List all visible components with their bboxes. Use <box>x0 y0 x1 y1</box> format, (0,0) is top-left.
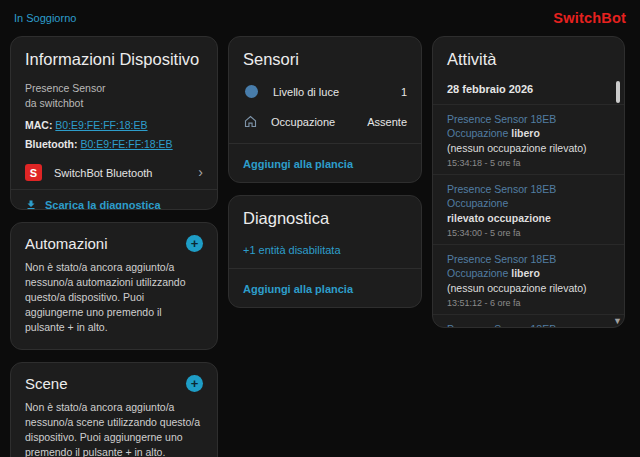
log-entry[interactable]: Presence Sensor 18EB Occupazione libero … <box>433 104 624 174</box>
activity-card: Attività 28 febbraio 2026 Presence Senso… <box>432 36 625 328</box>
log-entry[interactable]: Presence Sensor 18EB Occupazione rilevat… <box>433 174 624 244</box>
device-meta: Presence Sensor da switchbot <box>11 73 217 111</box>
log-timestamp: 15:34:00 - 5 ore fa <box>447 228 610 238</box>
log-state: libero <box>511 267 540 279</box>
sensor-rows: Livello di luce 1 Occupazione Assente <box>229 73 421 143</box>
log-entity-link[interactable]: Presence Sensor 18EB Occupazione <box>447 323 556 327</box>
mac-row: MAC: B0:E9:FE:FF:18:EB <box>11 116 217 131</box>
bluetooth-address-link[interactable]: B0:E9:FE:FF:18:EB <box>80 138 172 150</box>
diagnostics-card: Diagnostica +1 entità disabilitata Aggiu… <box>228 195 422 308</box>
top-bar: In Soggiorno SwitchBot <box>0 0 640 32</box>
circle-icon <box>245 85 258 98</box>
disabled-entities-row: +1 entità disabilitata <box>229 232 421 268</box>
integration-name: SwitchBot Bluetooth <box>54 167 186 179</box>
sensor-value: Assente <box>367 116 407 128</box>
middle-column: Sensori Livello di luce 1 Occupazione As… <box>228 36 422 308</box>
device-info-title: Informazioni Dispositivo <box>11 37 217 73</box>
sensor-name: Occupazione <box>271 116 354 128</box>
log-entry[interactable]: Presence Sensor 18EB Occupazione libero … <box>433 244 624 314</box>
log-timestamp: 15:34:18 - 5 ore fa <box>447 158 610 168</box>
log-detail: (nessun occupazione rilevato) <box>447 141 610 155</box>
download-diagnostics-button[interactable]: Scarica la diagnostica <box>11 190 217 210</box>
activity-scroll-area[interactable]: 28 febbraio 2026 Presence Sensor 18EB Oc… <box>433 77 624 327</box>
log-detail: rilevato occupazione <box>447 211 610 225</box>
log-detail: (nessun occupazione rilevato) <box>447 281 610 295</box>
mac-address-link[interactable]: B0:E9:FE:FF:18:EB <box>55 119 147 131</box>
automations-header: Automazioni + <box>11 223 217 258</box>
scrollbar-thumb[interactable] <box>616 81 620 103</box>
log-state: libero <box>511 127 540 139</box>
scenes-empty-text: Non è stato/a ancora aggiunto/a nessuno/… <box>11 398 217 457</box>
left-column: Informazioni Dispositivo Presence Sensor… <box>10 36 218 457</box>
add-to-dashboard-link[interactable]: Aggiungi alla plancia <box>243 283 353 295</box>
scenes-title: Scene <box>25 375 68 392</box>
diagnostics-footer: Aggiungi alla plancia <box>229 269 421 307</box>
device-info-card: Informazioni Dispositivo Presence Sensor… <box>10 36 218 210</box>
scenes-card: Scene + Non è stato/a ancora aggiunto/a … <box>10 362 218 457</box>
bluetooth-label: Bluetooth: <box>25 138 78 150</box>
disabled-entities-link[interactable]: +1 entità disabilitata <box>243 244 341 256</box>
sensor-name: Livello di luce <box>273 86 388 98</box>
device-manufacturer: da switchbot <box>25 96 203 111</box>
sensors-title: Sensori <box>229 37 421 73</box>
sensors-footer: Aggiungi alla plancia <box>229 144 421 182</box>
sensor-value: 1 <box>401 86 407 98</box>
bluetooth-row: Bluetooth: B0:E9:FE:FF:18:EB <box>11 135 217 150</box>
right-column: Attività 28 febbraio 2026 Presence Senso… <box>432 36 625 328</box>
switchbot-logo-icon: S <box>25 164 42 181</box>
mac-label: MAC: <box>25 119 52 131</box>
diagnostics-title: Diagnostica <box>229 196 421 232</box>
plus-icon: + <box>191 236 199 251</box>
automations-title: Automazioni <box>25 235 108 252</box>
log-entry[interactable]: Presence Sensor 18EB Occupazione rilevat… <box>433 314 624 327</box>
activity-title: Attività <box>433 37 624 73</box>
download-icon <box>25 199 37 210</box>
breadcrumb-area-link[interactable]: In Soggiorno <box>14 12 76 24</box>
chevron-right-icon: › <box>198 167 203 178</box>
add-scene-button[interactable]: + <box>186 375 203 392</box>
add-to-dashboard-link[interactable]: Aggiungi alla plancia <box>243 158 353 170</box>
scenes-header: Scene + <box>11 363 217 398</box>
brand-logo: SwitchBot <box>553 10 626 26</box>
home-icon <box>243 114 258 129</box>
sensors-card: Sensori Livello di luce 1 Occupazione As… <box>228 36 422 183</box>
integration-row[interactable]: S SwitchBot Bluetooth › <box>11 156 217 189</box>
sensor-row-light-level[interactable]: Livello di luce 1 <box>229 77 421 106</box>
plus-icon: + <box>191 376 199 391</box>
automations-card: Automazioni + Non è stato/a ancora aggiu… <box>10 222 218 350</box>
device-model: Presence Sensor <box>25 81 203 96</box>
log-entity-link[interactable]: Presence Sensor 18EB Occupazione <box>447 183 556 209</box>
download-diagnostics-label: Scarica la diagnostica <box>45 199 161 210</box>
scroll-down-icon[interactable]: ▼ <box>613 316 622 326</box>
log-date-header: 28 febbraio 2026 <box>433 77 624 104</box>
sensor-row-occupancy[interactable]: Occupazione Assente <box>229 106 421 137</box>
device-page-grid: Informazioni Dispositivo Presence Sensor… <box>0 32 640 457</box>
automations-empty-text: Non è stato/a ancora aggiunto/a nessuno/… <box>11 258 217 337</box>
log-timestamp: 13:51:12 - 6 ore fa <box>447 298 610 308</box>
add-automation-button[interactable]: + <box>186 235 203 252</box>
